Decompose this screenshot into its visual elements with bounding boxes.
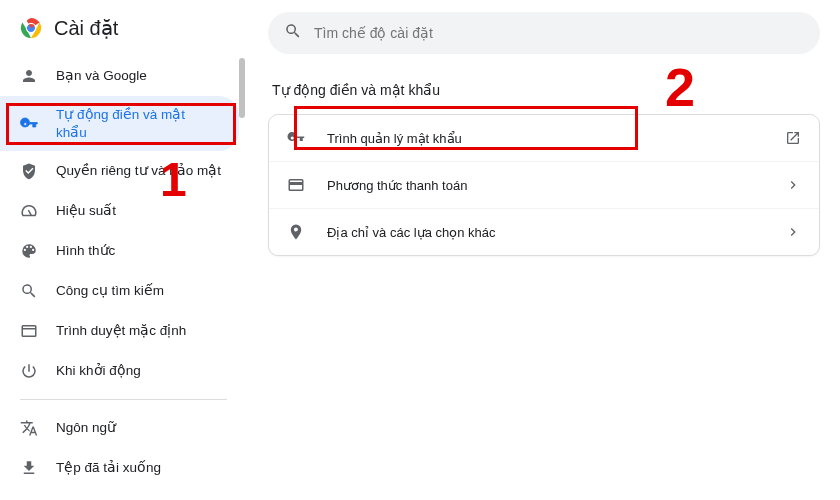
sidebar-item-label: Hình thức (56, 242, 115, 260)
page-title: Cài đặt (54, 16, 118, 40)
divider (20, 399, 227, 400)
sidebar-item-on-startup[interactable]: Khi khởi động (0, 351, 247, 391)
card-row-payment-methods[interactable]: Phương thức thanh toán (269, 162, 819, 209)
search-input[interactable] (314, 25, 804, 41)
svg-rect-3 (22, 326, 36, 337)
power-icon (20, 362, 38, 380)
sidebar-item-default-browser[interactable]: Trình duyệt mặc định (0, 311, 247, 351)
external-link-icon (785, 130, 801, 146)
search-bar[interactable] (268, 12, 820, 54)
browser-icon (20, 322, 38, 340)
shield-icon (20, 162, 38, 180)
sidebar-item-performance[interactable]: Hiệu suất (0, 191, 247, 231)
card-row-addresses[interactable]: Địa chỉ và các lựa chọn khác (269, 209, 819, 255)
key-icon (20, 115, 38, 133)
row-label: Phương thức thanh toán (327, 178, 763, 193)
sidebar-header: Cài đặt (0, 16, 247, 56)
search-icon (20, 282, 38, 300)
section-title: Tự động điền và mật khẩu (268, 82, 820, 98)
location-icon (287, 223, 305, 241)
sidebar-item-languages[interactable]: Ngôn ngữ (0, 408, 247, 448)
card-row-password-manager[interactable]: Trình quản lý mật khẩu (269, 115, 819, 162)
annotation-number-1: 1 (160, 152, 187, 207)
autofill-card: Trình quản lý mật khẩu Phương thức thanh… (268, 114, 820, 256)
person-icon (20, 67, 38, 85)
row-label: Trình quản lý mật khẩu (327, 131, 763, 146)
sidebar-item-label: Tự động điền và mật khẩu (56, 106, 219, 141)
sidebar-item-label: Ngôn ngữ (56, 419, 116, 437)
main-content: Tự động điền và mật khẩu Trình quản lý m… (248, 0, 840, 500)
chrome-logo-icon (20, 17, 42, 39)
sidebar-item-label: Trình duyệt mặc định (56, 322, 186, 340)
sidebar-item-you-and-google[interactable]: Bạn và Google (0, 56, 247, 96)
scrollbar-thumb[interactable] (239, 58, 245, 118)
palette-icon (20, 242, 38, 260)
credit-card-icon (287, 176, 305, 194)
sidebar: Cài đặt Bạn và Google Tự động điền và mậ… (0, 0, 248, 500)
sidebar-item-label: Tệp đã tải xuống (56, 459, 161, 477)
sidebar-item-downloads[interactable]: Tệp đã tải xuống (0, 448, 247, 488)
sidebar-item-search-engine[interactable]: Công cụ tìm kiếm (0, 271, 247, 311)
sidebar-item-appearance[interactable]: Hình thức (0, 231, 247, 271)
sidebar-item-label: Hiệu suất (56, 202, 116, 220)
search-icon (284, 22, 302, 44)
sidebar-item-label: Công cụ tìm kiếm (56, 282, 164, 300)
sidebar-item-label: Bạn và Google (56, 67, 147, 85)
chevron-right-icon (785, 224, 801, 240)
sidebar-item-label: Quyền riêng tư và bảo mật (56, 162, 221, 180)
chevron-right-icon (785, 177, 801, 193)
download-icon (20, 459, 38, 477)
speedometer-icon (20, 202, 38, 220)
sidebar-item-accessibility[interactable]: Hỗ trợ tiếp cận (0, 488, 247, 500)
sidebar-item-autofill-passwords[interactable]: Tự động điền và mật khẩu (0, 96, 239, 151)
translate-icon (20, 419, 38, 437)
annotation-number-2: 2 (665, 56, 695, 118)
key-icon (287, 129, 305, 147)
row-label: Địa chỉ và các lựa chọn khác (327, 225, 763, 240)
sidebar-item-privacy-security[interactable]: Quyền riêng tư và bảo mật (0, 151, 247, 191)
sidebar-item-label: Khi khởi động (56, 362, 141, 380)
